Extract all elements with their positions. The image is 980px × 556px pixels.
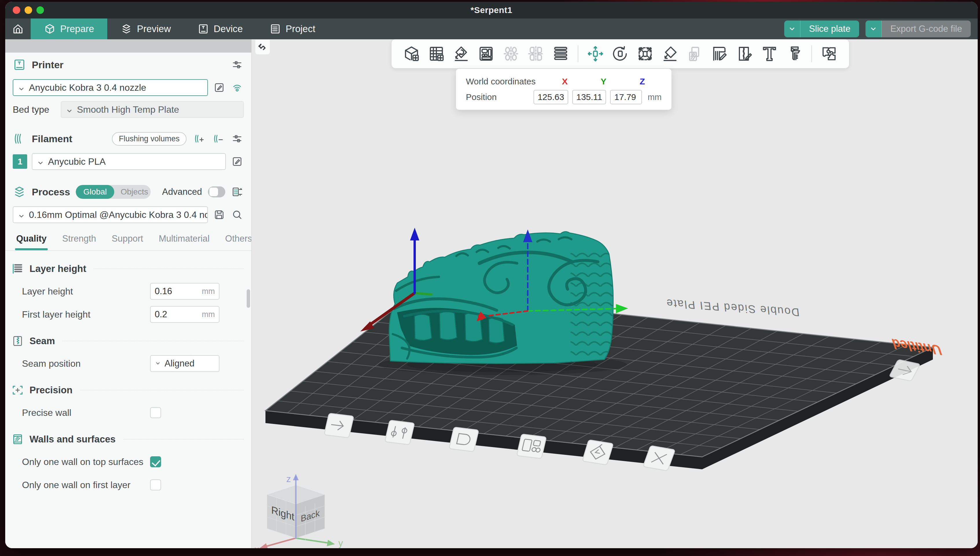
slice-plate-dropdown[interactable] (784, 21, 800, 37)
minimize-window-button[interactable] (24, 6, 32, 14)
remove-filament-button[interactable] (211, 132, 225, 145)
collapse-sidebar-button[interactable] (255, 40, 270, 54)
process-preset-select[interactable]: 0.16mm Optimal @Anycubic Kobra 3 0.4 noz… (13, 206, 208, 223)
precise-wall-row: Precise wall (5, 404, 251, 421)
tab-others[interactable]: Others (225, 232, 251, 250)
filament-slot-badge[interactable]: 1 (13, 154, 27, 169)
position-z-input[interactable]: 17.79 (610, 90, 641, 104)
edit-printer-button[interactable] (212, 81, 226, 94)
viewport-3d[interactable]: Double Sided PEI Plate Untitled (251, 39, 978, 548)
process-scope-global[interactable]: Global (76, 185, 114, 199)
nav-cube[interactable]: Right Back z x y (254, 474, 343, 548)
seam-position-select[interactable]: Aligned (150, 355, 219, 372)
only-one-wall-first-layer-checkbox[interactable] (150, 479, 161, 490)
home-button[interactable] (5, 18, 31, 39)
export-gcode-button[interactable]: Export G-code file (882, 21, 971, 37)
layer-height-input[interactable]: 0.16 mm (150, 283, 219, 300)
scene-canvas[interactable]: Double Sided PEI Plate Untitled (251, 39, 978, 548)
plate-lock-chip[interactable] (324, 413, 354, 438)
printer-settings-button[interactable] (230, 58, 244, 71)
slice-plate-button[interactable]: Slice plate (800, 21, 859, 37)
walls-icon (11, 433, 24, 446)
auto-orient-button[interactable] (449, 44, 474, 64)
split-to-objects-icon (502, 45, 520, 63)
process-scope-objects[interactable]: Objects (114, 185, 151, 199)
arrange-button[interactable] (474, 44, 499, 64)
printer-section-header: Printer (5, 55, 251, 74)
split-to-parts-button[interactable] (523, 44, 548, 64)
add-object-button[interactable] (399, 44, 424, 64)
filament-settings-button[interactable] (230, 132, 244, 145)
chevron-down-icon (18, 211, 25, 218)
tab-quality[interactable]: Quality (16, 232, 47, 250)
close-window-button[interactable] (13, 6, 20, 14)
plate-settings-chip[interactable] (385, 420, 415, 445)
position-y-input[interactable]: 135.11 (572, 90, 606, 104)
scale-icon (636, 45, 654, 63)
arrange-icon (477, 45, 495, 63)
move-icon (586, 45, 604, 63)
assembly-view-button[interactable] (816, 44, 841, 64)
tab-support[interactable]: Support (112, 232, 143, 250)
rotate-tool-button[interactable] (608, 44, 633, 64)
tab-strength[interactable]: Strength (62, 232, 96, 250)
only-one-wall-top-checkbox[interactable] (150, 456, 161, 467)
printer-icon (13, 58, 26, 71)
printer-select[interactable]: Anycubic Kobra 3 0.4 nozzle (13, 79, 208, 96)
tab-preview[interactable]: Preview (107, 18, 184, 39)
split-to-objects-button[interactable] (499, 44, 523, 64)
zoom-window-button[interactable] (36, 6, 44, 14)
save-preset-button[interactable] (212, 208, 226, 221)
flushing-volumes-button[interactable]: Flushing volumes (112, 132, 186, 145)
layer-height-row: Layer height 0.16 mm (5, 283, 251, 300)
advanced-toggle[interactable] (208, 186, 225, 197)
precise-wall-checkbox[interactable] (150, 407, 161, 418)
seam-group-header: Seam (5, 333, 251, 349)
bed-type-select[interactable]: Smooth High Temp Plate (61, 101, 244, 118)
add-filament-button[interactable] (192, 132, 206, 145)
add-plate-button[interactable] (424, 44, 449, 64)
plate-arrange-chip[interactable] (517, 434, 546, 459)
remove-filament-icon (212, 133, 224, 144)
search-settings-button[interactable] (230, 208, 244, 221)
process-scope-toggle[interactable]: Global Objects (76, 185, 151, 199)
compare-presets-button[interactable] (231, 185, 244, 199)
collapse-chevrons-icon (258, 43, 267, 52)
model-serpent-head[interactable] (389, 232, 617, 364)
scale-tool-button[interactable] (633, 44, 658, 64)
world-coordinates-panel: World coordinates X Y Z Position 125.63 … (456, 69, 671, 110)
main-tabbar: Prepare Preview Device Project Slice pla… (5, 18, 978, 39)
traffic-lights[interactable] (13, 6, 44, 14)
sidebar-scrollbar[interactable] (247, 289, 250, 308)
position-x-input[interactable]: 125.63 (533, 90, 568, 104)
filament-icon (13, 132, 26, 145)
world-coordinates-title: World coordinates (466, 77, 545, 86)
export-gcode-dropdown[interactable] (865, 21, 882, 37)
tab-project[interactable]: Project (256, 18, 329, 39)
auto-orient-icon (452, 45, 470, 63)
seam-paint-button[interactable] (732, 44, 757, 64)
merge-tool-button[interactable] (682, 44, 707, 64)
nav-cube-z-label: z (286, 474, 291, 484)
tab-prepare[interactable]: Prepare (31, 18, 107, 39)
edit-filament-button[interactable] (230, 155, 244, 168)
only-one-wall-first-layer-row: Only one wall on first layer (5, 476, 251, 494)
text-tool-button[interactable] (757, 44, 782, 64)
process-section-header: Process Global Objects Advanced (5, 183, 251, 201)
first-layer-height-input[interactable]: 0.2 mm (150, 306, 219, 323)
move-tool-button[interactable] (583, 44, 608, 64)
tab-device[interactable]: Device (184, 18, 256, 39)
printer-connection-button[interactable] (230, 81, 244, 94)
filament-select[interactable]: Anycubic PLA (32, 153, 226, 170)
plate-shape-chip[interactable] (449, 427, 479, 452)
object-toolbar (392, 39, 849, 68)
place-on-face-button[interactable] (658, 44, 682, 64)
chevron-down-icon (37, 158, 44, 165)
chevron-down-icon (18, 84, 25, 91)
measure-tool-button[interactable] (782, 44, 807, 64)
support-paint-button[interactable] (707, 44, 732, 64)
measure-icon (786, 45, 803, 63)
tab-multimaterial[interactable]: Multimaterial (159, 232, 210, 250)
variable-layer-height-button[interactable] (548, 44, 573, 64)
export-gcode-button-group: Export G-code file (865, 21, 971, 37)
